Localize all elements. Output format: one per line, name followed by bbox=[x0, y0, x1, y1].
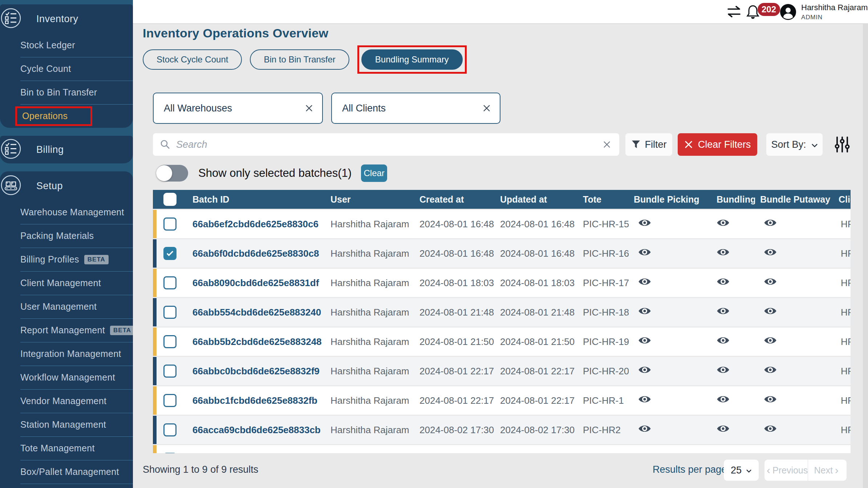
bundle-picking-cell bbox=[629, 365, 711, 377]
row-checkbox[interactable] bbox=[163, 394, 177, 407]
bundle-picking-view-icon[interactable] bbox=[638, 365, 651, 375]
show-selected-toggle[interactable] bbox=[156, 165, 188, 182]
user-name[interactable]: Harshitha Rajaram bbox=[801, 3, 868, 12]
column-header-user[interactable]: User bbox=[325, 194, 414, 205]
clear-filters-button[interactable]: Clear Filters bbox=[678, 133, 757, 156]
batch-id-cell[interactable]: 66abb554cbd6de625e883240 bbox=[187, 307, 325, 318]
sidebar-item[interactable]: Integration Management bbox=[0, 342, 133, 366]
sidebar-item[interactable]: Report Management BETA bbox=[0, 318, 133, 342]
sidebar-item[interactable]: Cycle Count bbox=[0, 57, 133, 81]
vertical-scrollbar[interactable] bbox=[863, 23, 868, 488]
column-header-updated-at[interactable]: Updated at bbox=[495, 194, 578, 205]
sidebar-item[interactable]: Tote Management bbox=[0, 436, 133, 460]
batch-id-cell[interactable]: 66ab8090cbd6de625e8831df bbox=[187, 277, 325, 289]
bundle-putaway-view-icon[interactable] bbox=[764, 394, 777, 404]
column-header-bundle-picking[interactable]: Bundle Picking bbox=[629, 194, 711, 205]
created-at-cell: 2024-08-01 22:17 bbox=[414, 366, 495, 377]
selected-batches-row: Show only selected batches(1) Clear bbox=[156, 164, 387, 182]
bundle-picking-view-icon[interactable] bbox=[638, 336, 651, 345]
bundle-picking-view-icon[interactable] bbox=[638, 218, 651, 228]
sidebar-item[interactable]: Box/Pallet Management bbox=[0, 460, 133, 484]
row-checkbox[interactable] bbox=[163, 276, 177, 289]
bundling-view-icon[interactable] bbox=[717, 247, 730, 257]
bundle-putaway-view-icon[interactable] bbox=[764, 336, 777, 345]
client-filter-select[interactable]: All Clients bbox=[331, 93, 500, 124]
clear-warehouse-icon[interactable] bbox=[305, 104, 313, 113]
sidebar-item-label: Box/Pallet Management bbox=[20, 467, 119, 477]
sort-by-dropdown[interactable]: Sort By: bbox=[766, 133, 823, 156]
sidebar-item[interactable]: Stock Ledger bbox=[0, 33, 133, 57]
search-input[interactable] bbox=[175, 139, 603, 151]
bundling-view-icon[interactable] bbox=[717, 218, 730, 228]
batch-id-cell[interactable]: 66ab6f0dcbd6de625e8830c8 bbox=[187, 248, 325, 259]
bundle-picking-view-icon[interactable] bbox=[638, 277, 651, 286]
bundling-view-icon[interactable] bbox=[717, 365, 730, 375]
bundle-putaway-view-icon[interactable] bbox=[764, 218, 777, 228]
previous-page-button[interactable]: ‹Previous bbox=[764, 460, 808, 481]
tab-button[interactable]: Bundling Summary bbox=[361, 49, 463, 70]
swap-transfer-icon[interactable] bbox=[726, 6, 742, 19]
bundle-putaway-view-icon[interactable] bbox=[764, 424, 777, 434]
sidebar-item[interactable]: Location Management bbox=[0, 484, 133, 488]
client-cell: HR bbox=[833, 424, 851, 436]
column-header-tote[interactable]: Tote bbox=[578, 194, 629, 205]
bundling-view-icon[interactable] bbox=[717, 306, 730, 316]
row-checkbox[interactable] bbox=[163, 335, 177, 348]
batch-id-cell[interactable]: 66abbc0bcbd6de625e8832f9 bbox=[187, 366, 325, 377]
sidebar-item[interactable]: Bin to Bin Transfer bbox=[0, 81, 133, 104]
sidebar-item[interactable]: Packing Materials bbox=[0, 224, 133, 248]
sidebar-section-header-setup[interactable]: Setup bbox=[0, 171, 133, 200]
row-checkbox[interactable] bbox=[163, 217, 177, 231]
warehouse-filter-select[interactable]: All Warehouses bbox=[153, 93, 323, 124]
sidebar-item-label: Vendor Management bbox=[20, 396, 106, 406]
sidebar-section-header-inventory[interactable]: Inventory bbox=[0, 4, 133, 33]
sidebar-section-header-billing[interactable]: Billing bbox=[0, 136, 133, 163]
select-all-checkbox[interactable] bbox=[163, 193, 177, 206]
bundle-picking-view-icon[interactable] bbox=[638, 424, 651, 434]
bundling-view-icon[interactable] bbox=[717, 277, 730, 286]
sidebar-item[interactable]: Client Management bbox=[0, 271, 133, 295]
user-cell: Harshitha Rajaram bbox=[325, 277, 414, 289]
bundle-putaway-view-icon[interactable] bbox=[764, 365, 777, 375]
clear-client-icon[interactable] bbox=[482, 104, 491, 113]
sidebar-item[interactable]: Workflow Management bbox=[0, 366, 133, 389]
row-checkbox[interactable] bbox=[163, 365, 177, 378]
next-page-button[interactable]: Next› bbox=[808, 460, 847, 481]
sidebar-item[interactable]: Warehouse Management bbox=[0, 200, 133, 224]
row-checkbox[interactable] bbox=[163, 247, 177, 260]
updated-at-cell: 2024-08-01 22:17 bbox=[495, 395, 578, 406]
column-header-batch-id[interactable]: Batch ID bbox=[187, 194, 325, 205]
bundle-putaway-view-icon[interactable] bbox=[764, 277, 777, 286]
user-avatar[interactable] bbox=[780, 4, 796, 20]
sidebar-item[interactable]: Station Management bbox=[0, 413, 133, 436]
bundle-putaway-view-icon[interactable] bbox=[764, 306, 777, 316]
tab-button[interactable]: Stock Cycle Count bbox=[143, 49, 242, 70]
sidebar-item[interactable]: Vendor Management bbox=[0, 389, 133, 413]
bundle-putaway-view-icon[interactable] bbox=[764, 247, 777, 257]
column-header-bundling[interactable]: Bundling bbox=[711, 194, 755, 205]
bundle-picking-view-icon[interactable] bbox=[638, 247, 651, 257]
column-header-bundle-putaway[interactable]: Bundle Putaway bbox=[755, 194, 833, 205]
sidebar-item[interactable]: Operations bbox=[0, 104, 133, 128]
bundling-view-icon[interactable] bbox=[717, 336, 730, 345]
clear-search-icon[interactable] bbox=[603, 140, 611, 149]
batch-id-cell[interactable]: 66acca69cbd6de625e8833cb bbox=[187, 424, 325, 436]
bundle-picking-view-icon[interactable] bbox=[638, 306, 651, 316]
filter-button[interactable]: Filter bbox=[625, 133, 672, 156]
bundling-view-icon[interactable] bbox=[717, 424, 730, 434]
tab-button[interactable]: Bin to Bin Transfer bbox=[250, 49, 349, 70]
results-per-page-select[interactable]: 25 bbox=[724, 460, 759, 481]
batch-id-cell[interactable]: 66abb5b2cbd6de625e883248 bbox=[187, 336, 325, 347]
sidebar-item[interactable]: User Management bbox=[0, 295, 133, 318]
row-checkbox[interactable] bbox=[163, 423, 177, 436]
batch-id-cell[interactable]: 66abbc1fcbd6de625e8832fb bbox=[187, 395, 325, 406]
column-settings-sliders-icon[interactable] bbox=[834, 136, 851, 155]
bundle-picking-view-icon[interactable] bbox=[638, 394, 651, 404]
sidebar-item[interactable]: Billing Profiles BETA bbox=[0, 248, 133, 271]
column-header-client[interactable]: Client bbox=[833, 194, 851, 205]
row-checkbox[interactable] bbox=[163, 306, 177, 319]
batch-id-cell[interactable]: 66ab6ef2cbd6de625e8830c6 bbox=[187, 219, 325, 230]
bundling-view-icon[interactable] bbox=[717, 394, 730, 404]
column-header-created-at[interactable]: Created at bbox=[414, 194, 495, 205]
clear-selection-button[interactable]: Clear bbox=[361, 164, 387, 182]
